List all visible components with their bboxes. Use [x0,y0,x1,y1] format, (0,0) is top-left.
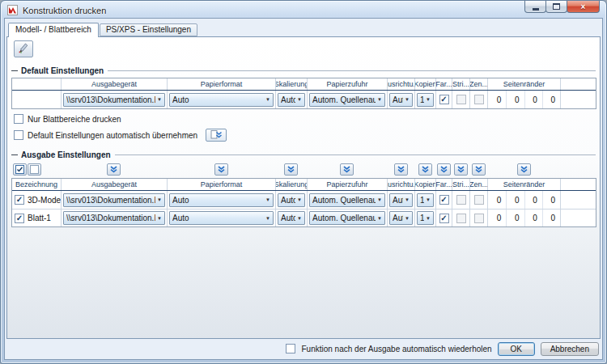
margin-top-value[interactable]: 0 [506,210,524,226]
paper-format-dropdown[interactable]: Auto▼ [169,211,274,225]
title-bar[interactable]: Konstruktion drucken × [4,1,603,18]
window-title: Konstruktion drucken [23,6,106,15]
copies-dropdown[interactable]: 1▼ [417,93,434,107]
col-trailing [561,179,596,190]
deselect-all-rows-button[interactable] [28,163,41,176]
row-enabled-checkbox[interactable]: ✓ [15,195,24,205]
color-checkbox[interactable]: ✓ [439,95,449,104]
apply-defaults-button[interactable] [206,129,227,142]
paper-source-dropdown[interactable]: Autom. Quellenauswahl▼ [309,93,385,107]
tab-modell-blattbereich[interactable]: Modell- / Blattbereich [8,23,99,37]
default-table-header: Ausgabegerät Papierformat Skalierung Pap… [12,78,596,91]
empty-cell [561,210,596,226]
select-all-rows-button[interactable] [13,163,27,176]
apply-scaling-column-button[interactable] [284,163,298,176]
margin-left-value[interactable]: 0 [488,210,506,226]
scaling-dropdown[interactable]: Auto▼ [278,93,305,107]
col-farbe: Far... [436,179,452,190]
margin-bottom-value[interactable]: 0 [542,91,560,108]
minimize-button[interactable] [524,1,546,13]
margin-top-value[interactable]: 0 [506,91,524,108]
margin-top-value[interactable]: 0 [506,191,524,209]
margin-right-value[interactable]: 0 [524,210,542,226]
orientation-dropdown[interactable]: Auto▼ [389,211,413,225]
apply-device-column-button[interactable] [107,163,121,176]
output-group-title: Ausgabe Einstellungen [21,150,111,159]
apply-center-column-button[interactable] [472,163,486,176]
edit-settings-button[interactable] [14,40,33,57]
paper-source-dropdown[interactable]: Autom. Quellenauswahl▼ [309,211,385,225]
collapse-icon[interactable] [11,70,18,71]
device-dropdown[interactable]: \\srv013\Dokumentation.D01▼ [63,193,165,207]
center-checkbox [474,195,484,205]
table-row-blatt-1: ✓Blatt-1 \\srv013\Dokumentation.D01▼ Aut… [12,209,596,226]
apply-copies-column-button[interactable] [418,163,432,176]
paper-format-dropdown[interactable]: Auto▼ [169,93,274,107]
tab-ps-xps-einstellungen[interactable]: PS/XPS - Einstellungen [100,23,197,36]
output-table-header: Bezeichnung Ausgabegerät Papierformat Sk… [12,179,596,191]
stroke-checkbox [456,214,466,223]
empty-cell [561,91,596,108]
stroke-checkbox [456,195,466,205]
group-divider [108,70,596,72]
auto-apply-checkbox[interactable] [14,130,23,140]
chevron-down-icon: ▼ [376,197,384,202]
ok-button[interactable]: OK [498,342,535,356]
col-zentriert: Zen... [470,179,488,190]
apply-color-column-button[interactable] [437,163,451,176]
apply-stroke-column-button[interactable] [454,163,468,176]
col-seitenraender: Seitenränder [488,179,561,190]
margin-left-value[interactable]: 0 [488,91,506,108]
apply-margins-column-button[interactable] [517,163,531,176]
empty-cell [561,191,596,209]
col-zentriert: Zen... [470,78,488,90]
device-dropdown[interactable]: \\srv013\Dokumentation.D01▼ [63,93,165,107]
checked-box-icon [15,165,24,174]
only-sheet-areas-checkbox[interactable] [14,114,23,124]
chevron-down-icon: ▼ [403,97,412,102]
col-kopien: Kopien [415,179,436,190]
col-ausrichtung: Ausrichtu... [388,179,415,190]
close-button[interactable]: × [567,1,600,13]
cancel-button[interactable]: Abbrechen [541,342,599,356]
margin-left-value[interactable]: 0 [488,191,506,209]
footer-bar: Funktion nach der Ausgabe automatisch wi… [5,339,602,359]
orientation-dropdown[interactable]: Auto▼ [389,193,413,207]
chevron-down-icon: ▼ [295,216,304,221]
paper-source-dropdown[interactable]: Autom. Quellenauswahl▼ [309,193,385,207]
color-checkbox[interactable]: ✓ [439,195,449,205]
chevron-down-icon: ▼ [155,197,164,202]
col-kopien: Kopien [415,78,436,90]
color-checkbox[interactable]: ✓ [439,214,449,223]
output-group-header: Ausgabe Einstellungen [11,150,596,160]
col-bezeichnung: Bezeichnung [12,179,62,190]
col-skalierung: Skalierung [276,78,308,90]
scaling-dropdown[interactable]: Auto▼ [278,193,305,207]
apply-paper-format-column-button[interactable] [214,163,228,176]
margin-bottom-value[interactable]: 0 [542,191,560,209]
margin-right-value[interactable]: 0 [524,91,542,108]
col-ausrichtung: Ausrichtu... [388,78,415,90]
chevron-down-icon: ▼ [264,216,273,221]
apply-orientation-column-button[interactable] [394,163,408,176]
margin-right-value[interactable]: 0 [524,191,542,209]
apply-paper-source-column-button[interactable] [340,163,354,176]
margin-bottom-value[interactable]: 0 [542,210,560,226]
row-enabled-checkbox[interactable]: ✓ [15,214,24,223]
collapse-icon[interactable] [11,154,18,155]
col-papierformat: Papierformat [168,179,276,190]
copies-dropdown[interactable]: 1▼ [417,193,434,207]
device-dropdown[interactable]: \\srv013\Dokumentation.D01▼ [63,211,165,225]
paper-format-dropdown[interactable]: Auto▼ [169,193,274,207]
chevron-down-icon: ▼ [424,197,433,202]
stroke-checkbox [456,95,466,104]
scaling-dropdown[interactable]: Auto▼ [278,211,305,225]
copies-dropdown[interactable]: 1▼ [417,211,434,225]
group-divider [115,154,596,156]
maximize-button[interactable] [545,1,567,13]
center-checkbox [474,95,484,104]
chevron-down-icon: ▼ [424,216,433,221]
orientation-dropdown[interactable]: Auto▼ [389,93,413,107]
app-icon [7,5,19,16]
repeat-after-output-checkbox[interactable] [286,344,295,353]
